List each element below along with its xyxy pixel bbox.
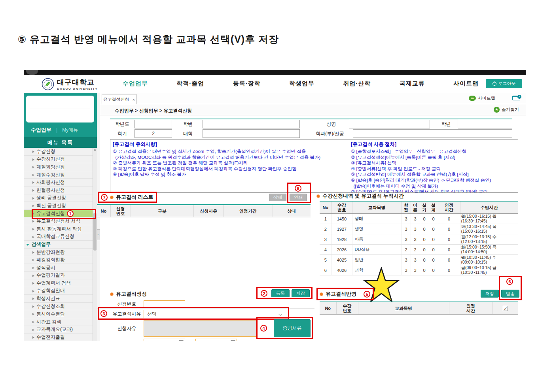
- print-button[interactable]: 인쇄: [290, 194, 307, 201]
- year-input[interactable]: [134, 120, 172, 128]
- triangle-right-icon: [32, 205, 34, 207]
- period-start-input[interactable]: [144, 339, 185, 341]
- sidebar-tab-work[interactable]: 수업업무: [31, 126, 51, 134]
- sidebar-item[interactable]: 검색업무: [24, 241, 93, 249]
- table-row[interactable]: 42026DU실용22000화(15:00~15:50) 목(14:00~14:…: [320, 245, 518, 255]
- delete-button[interactable]: 삭제: [269, 194, 286, 201]
- nav-item[interactable]: 취업·산학: [343, 80, 371, 87]
- tab-close-icon[interactable]: ×: [133, 97, 135, 102]
- select-all-checkbox[interactable]: ✓: [503, 306, 508, 311]
- sidebar-item[interactable]: 수업전자출결: [24, 334, 93, 341]
- sidebar-item[interactable]: 수강신청: [24, 148, 93, 156]
- reason-textarea[interactable]: [144, 320, 256, 337]
- calendar-icon[interactable]: [231, 340, 235, 341]
- table-cell: 월(12:00~13:15) 수(12:00~13:15): [460, 234, 518, 245]
- sidebar-item[interactable]: 사회봉사신청: [24, 179, 93, 187]
- star-icon: ★: [494, 107, 500, 113]
- logout-button[interactable]: 로그아웃: [486, 79, 522, 88]
- table-row[interactable]: 21927생명33000화(13:30~14:45) 목(15:00~16:15…: [320, 224, 518, 234]
- sidebar-item[interactable]: 수업계획서 검색: [24, 279, 93, 287]
- sidebar-item[interactable]: 시간표 검색: [24, 318, 93, 326]
- send-button[interactable]: 발송: [501, 290, 519, 298]
- sidebar-item[interactable]: 국내학점교류신청: [24, 233, 93, 241]
- sidebar-item[interactable]: 계절수강신청: [24, 171, 93, 179]
- nav-item[interactable]: 학생업무: [289, 80, 314, 87]
- term-input[interactable]: 2: [134, 129, 172, 138]
- sidebar-item[interactable]: 성적공시: [24, 264, 93, 272]
- period-end-input[interactable]: [195, 339, 237, 341]
- register-button[interactable]: 등록: [271, 289, 290, 297]
- table-cell: 2026: [331, 245, 352, 255]
- sidebar-item[interactable]: 수강신청조회: [24, 303, 93, 311]
- sidebar-item[interactable]: 교과목개요(교과): [24, 326, 93, 334]
- university-name-en: DAEGU UNIVERSITY: [57, 87, 98, 90]
- table-header-row: No수강 번호교과목명인정 시간✓: [320, 302, 518, 315]
- table-row[interactable]: 31928아동33000월(12:00~13:15) 수(12:00~13:15…: [320, 234, 518, 245]
- nav-item[interactable]: 학적·졸업: [176, 80, 204, 87]
- table-row[interactable]: 11450생태33000월(15:00~16:15) 월(16:30~17:45…: [320, 214, 518, 224]
- absence-create-title: 유고결석생성: [116, 290, 147, 298]
- grade-input[interactable]: [458, 120, 512, 128]
- sidebar-item[interactable]: 수업평가결과: [24, 272, 93, 280]
- triangle-right-icon: [32, 282, 34, 285]
- sitemap-link[interactable]: m 사이트맵: [469, 95, 495, 101]
- period-row: 인정기간 ~: [97, 338, 314, 341]
- sidebar-scrollbar[interactable]: [93, 148, 97, 341]
- sidebar-item[interactable]: 백신 공결신청: [24, 202, 93, 210]
- tab-absence-request[interactable]: 유고결석신청 ×: [102, 94, 136, 104]
- notice-caution-title: [유고결석 유의사항]: [113, 141, 336, 148]
- star-annotation: [363, 267, 400, 304]
- annotation-8: 8: [295, 185, 301, 192]
- table-cell: 생태: [352, 214, 402, 224]
- sidebar-item[interactable]: 수강허가신청: [24, 156, 93, 164]
- calendar-icon[interactable]: [179, 340, 184, 341]
- sidebar: 수업업무 | My메뉴 메뉴 목록 수강신청수강허가신청계절희망신청계절수강신청…: [24, 93, 97, 341]
- studentno-input[interactable]: [203, 120, 300, 128]
- breadcrumb-bar: 수업업무 > 신청업무 > 유고결석신청 ★ 즐겨찾기: [100, 105, 526, 115]
- sidebar-item[interactable]: 헌혈봉사신청: [24, 187, 93, 194]
- name-input[interactable]: [349, 120, 430, 128]
- notice-line: (가상강좌, MOOC강좌 등 원격수업과 학습기간이 유고결석 허용기간보다 …: [113, 155, 336, 160]
- nav-item[interactable]: 국제교류: [400, 80, 425, 87]
- table-cell: 0: [438, 245, 460, 255]
- favorite-button[interactable]: ★ 즐겨찾기: [494, 107, 519, 113]
- sidebar-item[interactable]: 수강학점안내: [24, 287, 93, 295]
- sidebar-item[interactable]: 학생시간표: [24, 295, 93, 303]
- table-cell: 4: [320, 245, 331, 255]
- sidebar-item-label: 교과목개요(교과): [36, 326, 73, 333]
- attachment-button[interactable]: 증빙서류: [274, 319, 311, 337]
- major-input[interactable]: [353, 129, 512, 138]
- sidebar-item-label: 계절수강신청: [36, 172, 65, 178]
- nav-item[interactable]: 등록·장학: [233, 80, 261, 87]
- college-input[interactable]: [203, 129, 300, 138]
- column-header: 실 기: [420, 201, 429, 214]
- nav-item[interactable]: 사이트맵: [453, 80, 479, 87]
- sidebar-item-label: 유고결석신청: [36, 210, 65, 217]
- sidebar-item[interactable]: 봉사 활동계획서 작성: [24, 225, 93, 233]
- sidebar-item[interactable]: 생리 공결신청: [24, 194, 93, 202]
- save-button[interactable]: 저장: [292, 289, 310, 297]
- reqno-input[interactable]: [144, 300, 185, 308]
- bullet-icon: [316, 194, 320, 198]
- nav-item[interactable]: 수업업무: [123, 80, 148, 87]
- table-cell: 0: [420, 245, 429, 255]
- table-row[interactable]: 54025일반33000월(10:30~11:45) 수(09:00~10:15…: [320, 255, 518, 265]
- application-window: 대구대학교 DAEGU UNIVERSITY 수업업무학적·졸업등록·장학학생업…: [24, 70, 526, 341]
- sidebar-item[interactable]: 유고결석신청1: [24, 210, 93, 218]
- sidebar-tab-mymenu[interactable]: My메뉴: [62, 127, 78, 134]
- scrollbar-thumb[interactable]: [93, 213, 97, 251]
- apply-save-button[interactable]: 저장: [481, 290, 499, 298]
- reason-type-select[interactable]: 선택: [144, 310, 285, 318]
- sidebar-item[interactable]: 폐강강좌현황: [24, 256, 93, 264]
- sidebar-item[interactable]: 계절희망신청: [24, 163, 93, 171]
- notice-line: ⑤ [유고결석반영] 메뉴에서 적용할 교과목 선택(√)후 [저장]: [351, 172, 517, 177]
- column-header: 인정 시간: [449, 302, 492, 315]
- popup-window-icon[interactable]: [512, 96, 520, 100]
- scroll-up-icon[interactable]: [94, 149, 96, 151]
- year-label: 학년도: [110, 120, 134, 128]
- name-label: 성명: [314, 120, 348, 128]
- chevron-down-icon: [26, 244, 29, 246]
- sidebar-item[interactable]: 유고결석신청서 서식: [24, 217, 93, 225]
- sidebar-item[interactable]: 봉사이수열람: [24, 310, 93, 318]
- sidebar-item[interactable]: 분반강좌현황: [24, 249, 93, 256]
